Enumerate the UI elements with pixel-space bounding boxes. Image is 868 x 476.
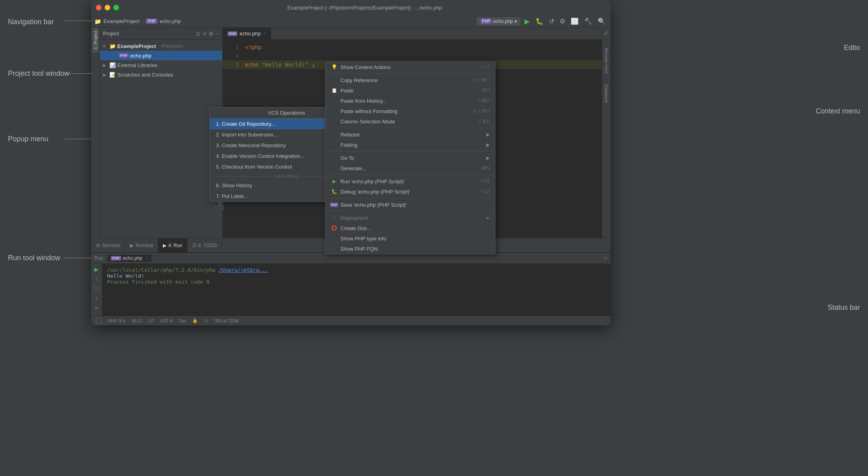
maximize-button[interactable]	[113, 5, 119, 10]
settings-icon[interactable]: ⚙	[558, 17, 567, 26]
reload-button[interactable]: ↺	[547, 17, 556, 26]
goto-arrow-icon: ▶	[486, 155, 489, 161]
run-header-label: Run:	[94, 255, 104, 261]
minimize-button[interactable]	[105, 5, 110, 10]
close-button[interactable]	[96, 5, 101, 10]
annotation-status-bar: Status bar	[828, 303, 860, 312]
build-icon[interactable]: 🔨	[583, 17, 594, 26]
ctx-paste-hist-icon	[331, 98, 337, 104]
ctx-refactor-icon	[331, 131, 337, 138]
project-name[interactable]: ExampleProject	[103, 18, 140, 24]
file-php-badge: PHP	[119, 53, 129, 58]
anno-line-run	[63, 258, 92, 258]
tab-close-icon[interactable]: ×	[263, 31, 266, 36]
ctx-run-php-label: Run 'echo.php (PHP Script)'	[340, 178, 405, 184]
locate-icon[interactable]: ⊙	[196, 31, 201, 37]
ctx-create-gist[interactable]: ⭕ Create Gist...	[325, 223, 495, 233]
annotation-popup-menu: Popup menu	[8, 135, 48, 143]
ctx-generate[interactable]: Generate... ⌘N	[325, 163, 495, 173]
ctx-column-mode[interactable]: Column Selection Mode ⇧⌘8	[325, 116, 495, 127]
nav-file-name[interactable]: echo.php	[160, 18, 181, 24]
run-more-button[interactable]: »	[94, 303, 99, 311]
ctx-refactor[interactable]: Refactor ▶	[325, 129, 495, 140]
run-header: Run: PHP echo.php × −	[91, 253, 610, 264]
ctx-paste-no-format[interactable]: Paste without Formatting ⌥⇧⌘V	[325, 106, 495, 116]
ctx-save-php[interactable]: PHP Save 'echo.php (PHP Script)'	[325, 200, 495, 210]
ctx-show-context-label: Show Context Actions	[340, 64, 390, 70]
ctx-paste-nf-label: Paste without Formatting	[340, 108, 398, 114]
file-tree: ▾ 📁 ExampleProject ~/Phpstorm PHP echo.p…	[100, 40, 222, 238]
run-tab[interactable]: ▶ 4: Run	[158, 238, 187, 253]
tab-bar: PHP echo.php ×	[223, 28, 610, 40]
ctx-run-php[interactable]: ▶ Run 'echo.php (PHP Script)' ^⇧R	[325, 176, 495, 186]
sidebar-item-project[interactable]: 1: Project	[92, 28, 99, 52]
run-stop-button[interactable]: ⬛	[92, 284, 101, 292]
tab-php-badge: PHP	[228, 31, 237, 36]
todo-tab[interactable]: ☰ 6: TODO	[187, 238, 222, 253]
echo-php-label: echo.php	[130, 53, 152, 59]
left-sidebar-strip: 1: Project	[91, 28, 100, 238]
minimize-panel-icon[interactable]: −	[216, 31, 219, 37]
status-php-version: PHP: 8.0	[108, 319, 125, 323]
vcs-item-6-label: 6. Show History	[216, 182, 252, 188]
ctx-show-context-actions[interactable]: 💡 Show Context Actions ⌥⏎	[325, 62, 495, 72]
run-file-tab[interactable]: PHP echo.php ×	[107, 255, 151, 262]
run-button[interactable]: ▶	[523, 16, 532, 27]
tree-root[interactable]: ▾ 📁 ExampleProject ~/Phpstorm	[100, 41, 222, 51]
gear-icon[interactable]: ⚙	[208, 31, 214, 37]
status-encoding[interactable]: UTF-8	[160, 319, 172, 323]
run-controls: PHP echo.php ▾ ▶ 🐛 ↺ ⚙ ⬜ 🔨 🔍	[477, 16, 607, 27]
search-icon[interactable]: 🔍	[596, 17, 607, 26]
run-link-text[interactable]: /Users/jetbra...	[219, 267, 268, 273]
root-folder-label: ExampleProject	[117, 43, 156, 49]
ctx-copy-ref-shortcut: ⌥⇧⌘C	[472, 77, 489, 83]
php-badge: PHP	[146, 19, 157, 24]
services-label: Services	[102, 243, 120, 248]
ctx-show-type[interactable]: Show PHP type info	[325, 233, 495, 244]
run-target-selector[interactable]: PHP echo.php ▾	[477, 17, 520, 25]
ctx-sep-4	[325, 175, 495, 175]
navigation-bar: 📁 ExampleProject › PHP echo.php PHP echo…	[91, 15, 610, 28]
external-libraries-label: External Libraries	[117, 62, 157, 68]
editor-tab-echo-php[interactable]: PHP echo.php ×	[223, 28, 271, 40]
run-tool-window: Run: PHP echo.php × − ▶ ↑ ⬛ ↓ » » /usr/l…	[91, 252, 610, 316]
tree-item-external-libraries[interactable]: ▶ 📊 External Libraries	[100, 60, 222, 70]
stop-button[interactable]: ⬜	[569, 17, 580, 26]
status-line-ending[interactable]: LF	[149, 319, 154, 323]
services-tab[interactable]: ⚙ Services	[91, 238, 125, 253]
run-more2-button[interactable]: »	[94, 313, 99, 316]
ctx-run-php-shortcut: ^⇧R	[480, 178, 489, 184]
ctx-goto-icon	[331, 155, 337, 161]
vcs-item-5-label: 5. Checkout from Version Control	[216, 164, 292, 170]
run-up-button[interactable]: ↑	[94, 275, 99, 283]
ctx-goto[interactable]: Go To ▶	[325, 153, 495, 163]
status-indent[interactable]: Tab	[179, 319, 186, 323]
run-tab-close[interactable]: ×	[145, 256, 148, 261]
vcs-item-7-label: 7. Put Label...	[216, 193, 248, 199]
ctx-deployment-label: Deployment	[340, 215, 368, 221]
ctx-debug-php-shortcut: ^⇧D	[480, 189, 489, 194]
ctx-paste-history[interactable]: Paste from History... ⇧⌘V	[325, 96, 495, 106]
status-position[interactable]: 35:17	[132, 319, 143, 323]
tree-item-scratches[interactable]: ▶ 📝 Scratches and Consoles	[100, 70, 222, 79]
ctx-folding-label: Folding	[340, 142, 358, 148]
run-play-button[interactable]: ▶	[94, 265, 99, 273]
remote-host-tab[interactable]: Remote Host	[603, 46, 610, 75]
tree-item-echo-php[interactable]: PHP echo.php	[100, 51, 222, 60]
ctx-copy-reference[interactable]: Copy Reference ⌥⇧⌘C	[325, 75, 495, 85]
status-checkbox[interactable]	[96, 318, 101, 324]
minimize-run-icon[interactable]: −	[604, 255, 607, 262]
debug-button[interactable]: 🐛	[534, 17, 545, 26]
database-tab[interactable]: Database	[603, 83, 610, 105]
status-warning-icon: ⚠	[204, 318, 208, 323]
ctx-paste[interactable]: 📋 Paste ⌘V	[325, 85, 495, 96]
terminal-label: Terminal	[135, 243, 153, 248]
expand-icon[interactable]: ≡	[203, 31, 206, 37]
run-down-button[interactable]: ↓	[94, 294, 99, 302]
ctx-show-fqn[interactable]: Show PHP FQN	[325, 244, 495, 254]
run-output-line-1: /usr/local/Cellar/php/7.2.8/bin/php /Use…	[107, 267, 606, 273]
ctx-debug-php[interactable]: 🐛 Debug 'echo.php (PHP Script)' ^⇧D	[325, 186, 495, 197]
ctx-folding[interactable]: Folding ▶	[325, 140, 495, 150]
terminal-tab[interactable]: ▶ Terminal	[125, 238, 158, 253]
paste-icon: 📋	[331, 87, 337, 94]
